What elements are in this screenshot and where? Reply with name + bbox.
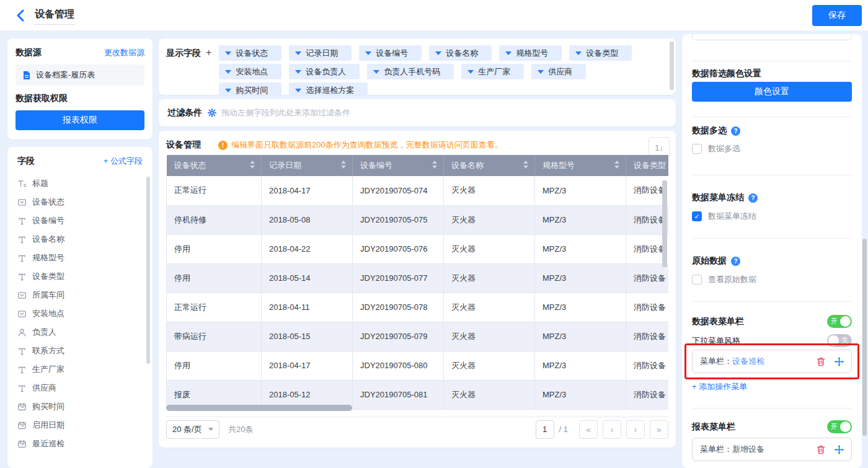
move-handle-icon[interactable] <box>834 444 844 454</box>
display-field-chip[interactable]: 生产厂家 <box>461 64 524 79</box>
table-cell: MPZ/3 <box>535 380 626 409</box>
field-item[interactable]: 最近巡检 <box>17 435 143 453</box>
sort-arrows-icon[interactable] <box>341 161 346 169</box>
table-cell: 停用 <box>167 263 262 293</box>
filter-panel: 过滤条件 拖动左侧字段到此处来添加过滤条件 <box>159 99 676 126</box>
datasource-item[interactable]: 设备档案-履历表 <box>16 64 144 86</box>
field-item[interactable]: 购买时间 <box>17 397 143 416</box>
prev-page-button[interactable]: ‹ <box>603 420 621 439</box>
menu-freeze-row: ✓ 数据菜单冻结 <box>692 211 852 222</box>
field-item[interactable]: 生产厂家 <box>17 360 143 379</box>
field-label: 设备编号 <box>32 215 64 226</box>
table-cell: 灭火器 <box>444 263 535 293</box>
field-label: 安装地点 <box>32 308 64 319</box>
save-button[interactable]: 保存 <box>812 5 862 26</box>
help-icon[interactable]: ? <box>731 126 740 136</box>
next-page-button[interactable]: › <box>626 420 645 439</box>
sort-arrows-icon[interactable] <box>432 161 437 169</box>
field-item[interactable]: 启用日期 <box>17 416 143 435</box>
display-field-chip[interactable]: 设备名称 <box>429 45 492 61</box>
display-field-chip[interactable]: 记录日期 <box>289 45 352 61</box>
add-action-menu-link[interactable]: + 添加操作菜单 <box>692 381 852 392</box>
fields-scrollbar[interactable] <box>146 177 150 364</box>
last-page-button[interactable]: » <box>650 420 668 439</box>
multi-select-checkbox[interactable] <box>692 144 702 154</box>
column-header[interactable]: 设备名称 <box>444 155 535 176</box>
report-menu-bar-toggle[interactable]: 开 <box>827 420 852 433</box>
permission-section-title: 数据获取权限 <box>16 93 144 104</box>
field-item[interactable]: 设备状态 <box>17 193 143 211</box>
field-item[interactable]: 安装地点 <box>17 304 143 323</box>
raw-data-checkbox[interactable] <box>692 275 702 285</box>
table-menu-bar-toggle[interactable]: 开 <box>827 315 852 328</box>
field-item[interactable]: 规格型号 <box>17 249 143 267</box>
trash-icon[interactable] <box>816 356 826 366</box>
move-handle-icon[interactable] <box>834 356 844 366</box>
display-fields-scrollbar[interactable] <box>670 42 674 90</box>
column-header[interactable]: 设备状态 <box>167 155 262 176</box>
sort-arrows-icon[interactable] <box>614 161 619 169</box>
color-setting-button[interactable]: 颜色设置 <box>692 82 852 102</box>
field-item[interactable]: 设备编号 <box>17 211 143 230</box>
display-field-chip[interactable]: 规格型号 <box>499 45 562 61</box>
table-row[interactable]: 正常运行2018-04-17JDY20190705-074灭火器MPZ/3消防设… <box>167 176 669 205</box>
table-row[interactable]: 带病运行2018-05-15JDY20190705-079灭火器MPZ/3消防设… <box>167 322 669 351</box>
page-size-select[interactable]: 20 条/页 <box>166 420 219 439</box>
display-field-chip[interactable]: 购买时间 <box>219 82 281 95</box>
dropdown-style-toggle[interactable]: 关 <box>827 334 852 347</box>
table-horizontal-scrollbar[interactable] <box>166 405 352 411</box>
table-menu-item[interactable]: 菜单栏： 设备巡检 <box>692 350 852 373</box>
field-item[interactable]: 设备名称 <box>17 230 143 249</box>
current-page-input[interactable]: 1 <box>536 420 554 439</box>
add-formula-field-link[interactable]: + 公式字段 <box>104 156 143 167</box>
table-row[interactable]: 停用2018-05-14JDY20190705-077灭火器MPZ/3消防设备 <box>167 263 669 293</box>
display-field-chip[interactable]: 设备状态 <box>219 45 281 61</box>
column-header[interactable]: 设备编号 <box>353 155 444 176</box>
page-total-label: / 1 <box>559 425 568 434</box>
chip-label: 规格型号 <box>516 48 548 59</box>
help-icon[interactable]: ? <box>731 257 740 266</box>
display-field-chip[interactable]: 选择巡检方案 <box>289 82 368 95</box>
table-cell: 带病运行 <box>167 322 262 351</box>
field-item[interactable]: 联系方式 <box>17 342 143 360</box>
first-page-button[interactable]: « <box>579 420 598 439</box>
display-field-chip[interactable]: 安装地点 <box>219 64 281 79</box>
field-item[interactable]: 负责人 <box>17 323 143 342</box>
table-cell: 消防设备 <box>626 351 669 380</box>
add-display-field-button[interactable]: + <box>206 47 211 58</box>
chevron-down-icon <box>373 70 379 74</box>
field-item[interactable]: 所属车间 <box>17 286 143 304</box>
column-header[interactable]: 记录日期 <box>262 155 353 176</box>
table-cell: 消防设备 <box>626 322 669 351</box>
report-menu-item[interactable]: 菜单栏： 新增设备 <box>692 438 852 461</box>
chevron-down-icon <box>505 51 512 55</box>
datasource-name: 设备档案-履历表 <box>36 69 95 81</box>
display-field-chip[interactable]: 设备编号 <box>359 45 422 61</box>
column-header[interactable]: 规格型号 <box>535 155 626 176</box>
column-header[interactable]: 设备类型 <box>626 155 669 176</box>
field-item[interactable]: 标题 <box>17 174 143 193</box>
display-field-chip[interactable]: 供应商 <box>531 64 586 79</box>
table-row[interactable]: 正常运行2018-04-11JDY20190705-078灭火器MPZ/3消防设… <box>167 293 669 322</box>
display-field-chip[interactable]: 负责人手机号码 <box>367 64 454 79</box>
table-cell: MPZ/3 <box>535 293 626 322</box>
table-row[interactable]: 停用2018-04-22JDY20190705-076灭火器MPZ/3消防设备 <box>167 234 669 263</box>
report-permission-button[interactable]: 报表权限 <box>16 110 144 130</box>
field-item[interactable]: 设备类型 <box>17 267 143 286</box>
window-scrollbar[interactable] <box>862 239 867 436</box>
trash-icon[interactable] <box>816 444 826 454</box>
table-vertical-scrollbar[interactable] <box>662 180 667 267</box>
help-icon[interactable]: ? <box>748 193 758 203</box>
next-page-icon: › <box>634 424 637 435</box>
sort-arrows-icon[interactable] <box>523 161 528 169</box>
back-icon[interactable] <box>16 9 29 22</box>
display-field-chip[interactable]: 设备负责人 <box>289 64 360 79</box>
menu-freeze-checkbox[interactable]: ✓ <box>692 211 702 221</box>
sort-arrows-icon[interactable] <box>250 161 255 169</box>
gear-icon[interactable] <box>207 108 216 118</box>
table-row[interactable]: 停用2018-04-17JDY20190705-080灭火器MPZ/3消防设备 <box>167 351 669 380</box>
field-item[interactable]: 供应商 <box>17 379 143 397</box>
table-row[interactable]: 停机待修2018-05-08JDY20190705-075灭火器MPZ/3消防设… <box>167 205 669 234</box>
change-datasource-link[interactable]: 更改数据源 <box>104 47 144 58</box>
display-field-chip[interactable]: 设备类型 <box>569 45 632 61</box>
